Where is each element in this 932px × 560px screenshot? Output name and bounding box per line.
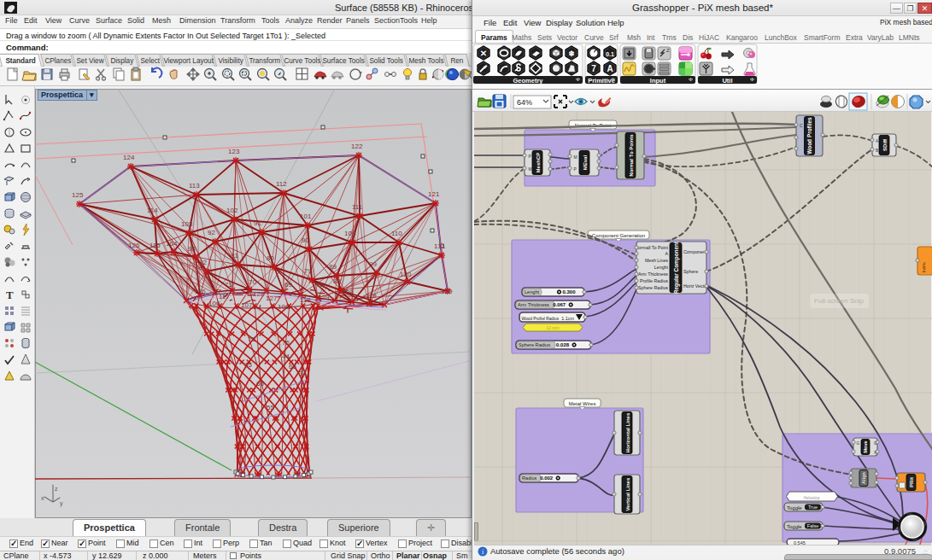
svg-text:Wood Profiles: Wood Profiles — [806, 117, 812, 155]
svg-text:91: 91 — [254, 219, 261, 227]
svg-text:Horizontal Lines: Horizontal Lines — [625, 412, 630, 452]
svg-text:Component Generation: Component Generation — [592, 233, 645, 238]
svg-text:130: 130 — [441, 288, 453, 295]
svg-text:116: 116 — [195, 288, 206, 295]
svg-text:❄: ❄ — [568, 50, 575, 58]
svg-text:Wood Profiel Radius: Wood Profiel Radius — [522, 317, 560, 321]
svg-text:Mesh Lines: Mesh Lines — [645, 258, 668, 263]
svg-text:0.1: 0.1 — [606, 51, 614, 57]
svg-text:Radius: Radius — [522, 475, 537, 481]
svg-text:B: B — [876, 149, 878, 153]
svg-text:114: 114 — [147, 207, 158, 214]
svg-text:65: 65 — [256, 380, 264, 388]
svg-text:82: 82 — [199, 259, 207, 266]
svg-text:66: 66 — [289, 363, 296, 370]
svg-text:69: 69 — [284, 281, 292, 289]
svg-text:99: 99 — [369, 260, 377, 268]
svg-text:G: G — [857, 441, 860, 446]
svg-text:Sphere: Sphere — [683, 269, 698, 274]
svg-text:Sphere Radius: Sphere Radius — [638, 285, 668, 290]
svg-text:119: 119 — [366, 292, 377, 300]
svg-text:34: 34 — [299, 370, 307, 377]
svg-text:113: 113 — [189, 182, 200, 190]
svg-text:101: 101 — [300, 213, 312, 220]
svg-text:C: C — [800, 123, 803, 128]
svg-text:Arm Thickness: Arm Thickness — [518, 302, 549, 307]
svg-text:75: 75 — [248, 335, 255, 343]
svg-text:Geometry: Geometry — [513, 77, 543, 85]
svg-text:128: 128 — [253, 290, 265, 298]
svg-text:MEval: MEval — [583, 155, 588, 171]
svg-text:118: 118 — [300, 296, 311, 304]
svg-text:55: 55 — [267, 404, 274, 411]
svg-text:102: 102 — [226, 207, 238, 214]
svg-text:M: M — [529, 166, 532, 172]
svg-text:71: 71 — [225, 281, 232, 289]
svg-text:103: 103 — [181, 220, 193, 228]
svg-text:M: M — [574, 155, 577, 160]
svg-text:A: A — [876, 139, 878, 143]
svg-text:90: 90 — [302, 236, 309, 244]
svg-text:104: 104 — [166, 240, 178, 248]
svg-text:Input: Input — [650, 77, 666, 85]
svg-text:Full-screen Snip: Full-screen Snip — [814, 297, 864, 305]
svg-text:77: 77 — [214, 288, 221, 295]
svg-text:0.028: 0.028 — [556, 342, 570, 347]
svg-text:Sphere Radius: Sphere Radius — [519, 342, 550, 347]
svg-text:SDiff: SDiff — [882, 138, 888, 151]
svg-text:108: 108 — [278, 303, 290, 311]
svg-text:107: 107 — [241, 301, 253, 309]
svg-text:111: 111 — [352, 203, 363, 211]
svg-text:79: 79 — [304, 267, 312, 275]
svg-text:131: 131 — [434, 242, 446, 250]
svg-text:120: 120 — [400, 271, 412, 278]
svg-text:106: 106 — [208, 300, 220, 307]
svg-text:PRit: PRit — [909, 477, 914, 487]
svg-text:Z: Z — [666, 48, 670, 53]
svg-text:123: 123 — [228, 148, 240, 155]
svg-text:Lenght: Lenght — [525, 289, 540, 295]
svg-text:44: 44 — [282, 353, 290, 360]
svg-text:Toggle: Toggle — [787, 505, 802, 510]
svg-text:70: 70 — [249, 278, 256, 286]
svg-text:88: 88 — [333, 277, 341, 285]
svg-text:y: y — [60, 500, 63, 507]
svg-text:12 mm: 12 mm — [546, 325, 559, 330]
svg-text:64%: 64% — [517, 98, 532, 107]
svg-text:112: 112 — [276, 180, 287, 188]
svg-text:100: 100 — [344, 230, 356, 237]
svg-text:80: 80 — [267, 254, 274, 262]
svg-text:Profile Radius: Profile Radius — [640, 278, 668, 283]
svg-text:MeshCP: MeshCP — [536, 153, 541, 173]
svg-text:True: True — [808, 505, 818, 510]
svg-text:7: 7 — [591, 64, 596, 73]
svg-text:Regular Component: Regular Component — [673, 241, 680, 294]
svg-text:Metal Wires: Metal Wires — [569, 401, 596, 406]
svg-text:121: 121 — [428, 190, 440, 198]
svg-text:A: A — [607, 64, 613, 73]
svg-text:z: z — [55, 486, 58, 492]
svg-text:93: 93 — [188, 245, 196, 253]
svg-text:110: 110 — [391, 230, 402, 237]
svg-text:124: 124 — [123, 154, 135, 161]
svg-text:89: 89 — [329, 263, 337, 271]
svg-text:129: 129 — [318, 294, 330, 301]
svg-text:X: X — [874, 451, 876, 455]
svg-text:Vertical Lines: Vertical Lines — [625, 477, 630, 510]
svg-text:0.067: 0.067 — [553, 302, 566, 307]
svg-text:G: G — [874, 441, 877, 446]
svg-text:Helvetica: Helvetica — [804, 496, 820, 500]
svg-text:76: 76 — [282, 339, 290, 347]
svg-text:45: 45 — [244, 361, 252, 369]
svg-text:Normall To Point: Normall To Point — [635, 245, 668, 250]
svg-text:Arm Thickness: Arm Thickness — [638, 271, 668, 277]
svg-text:115: 115 — [149, 242, 161, 249]
svg-text:126: 126 — [128, 242, 140, 249]
svg-text:0.300: 0.300 — [563, 289, 577, 295]
svg-text:Lenght: Lenght — [654, 265, 669, 270]
svg-text:x: x — [41, 495, 44, 501]
svg-text:A: A — [665, 251, 668, 256]
svg-text:✕: ✕ — [480, 49, 487, 58]
svg-text:0.002: 0.002 — [540, 475, 554, 481]
svg-text:Move: Move — [863, 440, 868, 452]
